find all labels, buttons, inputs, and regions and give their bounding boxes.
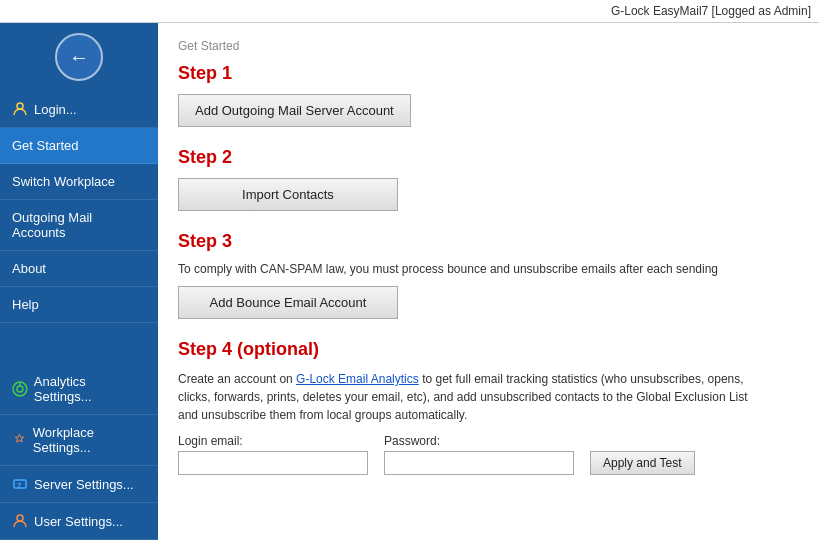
step4-desc-prefix: Create an account on (178, 372, 296, 386)
sidebar-item-switch-workplace[interactable]: Switch Workplace (0, 164, 158, 200)
add-bounce-email-button[interactable]: Add Bounce Email Account (178, 286, 398, 319)
sidebar-item-outgoing-mail[interactable]: Outgoing Mail Accounts (0, 200, 158, 251)
breadcrumb: Get Started (178, 39, 799, 53)
step3-description: To comply with CAN-SPAM law, you must pr… (178, 262, 778, 276)
glock-analytics-link[interactable]: G-Lock Email Analytics (296, 372, 419, 386)
sidebar-item-login[interactable]: Login... (0, 91, 158, 128)
workplace-settings-label: Workplace Settings... (33, 425, 146, 455)
sidebar-item-user-settings[interactable]: User Settings... (0, 503, 158, 540)
step1-section: Step 1 Add Outgoing Mail Server Account (178, 63, 799, 127)
sidebar: ← Login... Get Started Switch Workplace (0, 23, 158, 540)
password-group: Password: (384, 434, 574, 475)
sidebar-bottom: Analytics Settings... Workplace Settings… (0, 364, 158, 540)
svg-text:7: 7 (17, 481, 22, 490)
password-label: Password: (384, 434, 574, 448)
sidebar-item-about-label: About (12, 261, 46, 276)
server-settings-icon: 7 (12, 476, 28, 492)
sidebar-item-outgoing-mail-label: Outgoing Mail Accounts (12, 210, 146, 240)
step3-section: Step 3 To comply with CAN-SPAM law, you … (178, 231, 799, 319)
main-content: Get Started Step 1 Add Outgoing Mail Ser… (158, 23, 819, 540)
title-bar-text: G-Lock EasyMail7 [Logged as Admin] (611, 4, 811, 18)
step2-section: Step 2 Import Contacts (178, 147, 799, 211)
workplace-settings-icon (12, 432, 27, 448)
import-contacts-button[interactable]: Import Contacts (178, 178, 398, 211)
sidebar-nav: Login... Get Started Switch Workplace Ou… (0, 91, 158, 323)
user-settings-label: User Settings... (34, 514, 123, 529)
password-input[interactable] (384, 451, 574, 475)
step4-form: Login email: Password: Apply and Test (178, 434, 799, 475)
sidebar-item-switch-workplace-label: Switch Workplace (12, 174, 115, 189)
server-settings-label: Server Settings... (34, 477, 134, 492)
back-button[interactable]: ← (55, 33, 103, 81)
login-icon (12, 101, 28, 117)
sidebar-item-get-started[interactable]: Get Started (0, 128, 158, 164)
analytics-icon (12, 381, 28, 397)
step2-heading: Step 2 (178, 147, 799, 168)
sidebar-item-login-label: Login... (34, 102, 77, 117)
sidebar-item-workplace-settings[interactable]: Workplace Settings... (0, 415, 158, 466)
analytics-settings-label: Analytics Settings... (34, 374, 146, 404)
step3-heading: Step 3 (178, 231, 799, 252)
svg-point-0 (17, 103, 23, 109)
login-email-input[interactable] (178, 451, 368, 475)
sidebar-item-about[interactable]: About (0, 251, 158, 287)
sidebar-item-analytics-settings[interactable]: Analytics Settings... (0, 364, 158, 415)
sidebar-item-help[interactable]: Help (0, 287, 158, 323)
step1-heading: Step 1 (178, 63, 799, 84)
sidebar-item-help-label: Help (12, 297, 39, 312)
svg-point-6 (17, 515, 23, 521)
apply-and-test-button[interactable]: Apply and Test (590, 451, 695, 475)
login-email-label: Login email: (178, 434, 368, 448)
step4-section: Step 4 (optional) Create an account on G… (178, 339, 799, 475)
back-arrow-icon: ← (69, 46, 89, 69)
step4-description: Create an account on G-Lock Email Analyt… (178, 370, 768, 424)
step4-heading: Step 4 (optional) (178, 339, 799, 360)
user-settings-icon (12, 513, 28, 529)
svg-point-2 (17, 386, 23, 392)
login-email-group: Login email: (178, 434, 368, 475)
sidebar-item-get-started-label: Get Started (12, 138, 78, 153)
add-outgoing-mail-server-button[interactable]: Add Outgoing Mail Server Account (178, 94, 411, 127)
sidebar-item-server-settings[interactable]: 7 Server Settings... (0, 466, 158, 503)
